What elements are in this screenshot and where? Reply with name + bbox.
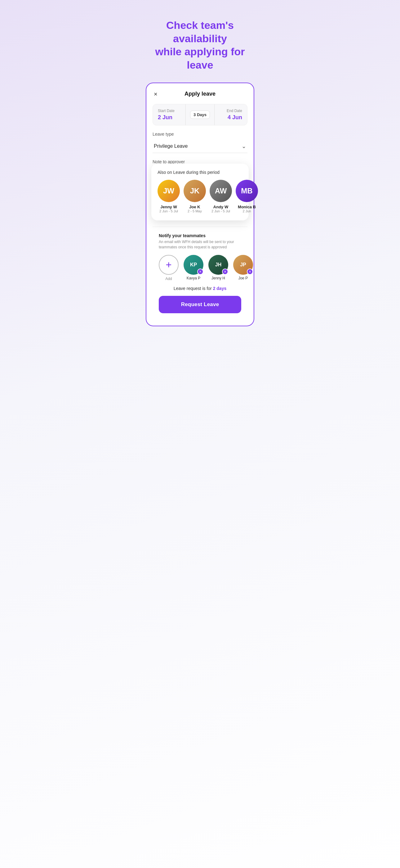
also-on-leave-row: JW Jenny W 2 Jun - 5 Jul JK Joe K 2 - 5 … bbox=[158, 180, 242, 213]
list-item: JW Jenny W 2 Jun - 5 Jul bbox=[158, 180, 180, 213]
teammate-name: Monica B bbox=[238, 205, 256, 209]
plus-icon bbox=[165, 261, 172, 269]
avatar: JH × bbox=[208, 255, 228, 275]
date-row: Start Date 2 Jun 3 Days End Date 4 Jun bbox=[153, 104, 247, 125]
hero-title: Check team's availability while applying… bbox=[146, 19, 254, 71]
avatar-placeholder: JK bbox=[184, 180, 206, 202]
leave-type-label: Leave type bbox=[153, 132, 247, 136]
close-button[interactable]: × bbox=[153, 90, 159, 98]
days-badge: 3 Days bbox=[186, 104, 214, 125]
remove-button[interactable]: × bbox=[222, 269, 228, 275]
end-date-label: End Date bbox=[220, 108, 242, 113]
leave-summary-plain: Leave request is for bbox=[174, 286, 213, 291]
teammate-name: Joe K bbox=[189, 205, 200, 209]
also-on-leave-title: Also on Leave during this period bbox=[158, 170, 242, 175]
add-teammate-button-wrap[interactable]: Add bbox=[159, 255, 178, 281]
chevron-down-icon: ⌄ bbox=[241, 143, 246, 150]
start-date-block[interactable]: Start Date 2 Jun bbox=[153, 104, 186, 125]
list-item: AW Andy W 2 Jun - 5 Jul bbox=[210, 180, 232, 213]
person-name: Jenny H bbox=[211, 276, 225, 280]
person-name: Kavya P bbox=[187, 276, 201, 280]
apply-leave-card: × Apply leave Start Date 2 Jun 3 Days En… bbox=[146, 83, 254, 326]
notify-description: An email with WFH details will be sent t… bbox=[159, 239, 241, 250]
request-leave-button[interactable]: Request Leave bbox=[159, 296, 241, 313]
add-circle-button[interactable] bbox=[159, 255, 178, 275]
list-item: JK Joe K 2 - 5 May bbox=[184, 180, 206, 213]
also-on-leave-panel: Also on Leave during this period JW Jenn… bbox=[151, 164, 249, 220]
add-label: Add bbox=[165, 277, 172, 281]
avatar: KP × bbox=[184, 255, 203, 275]
list-item: KP × Kavya P bbox=[184, 255, 203, 280]
list-item: JP × Joe P bbox=[233, 255, 253, 280]
person-name: Joe P bbox=[238, 276, 248, 280]
avatar: JK bbox=[184, 180, 206, 202]
avatar: MB bbox=[236, 180, 258, 202]
avatar-placeholder: JW bbox=[158, 180, 180, 202]
teammate-dates: 2 Jun - 5 Jul bbox=[159, 209, 178, 213]
avatar-placeholder: AW bbox=[210, 180, 232, 202]
end-date-value: 4 Jun bbox=[220, 114, 242, 121]
list-item: MB Monica B 2 Jun bbox=[236, 180, 258, 213]
teammate-dates: 2 Jun bbox=[243, 209, 251, 213]
bottom-section: Notify your teammates An email with WFH … bbox=[153, 220, 247, 319]
start-date-label: Start Date bbox=[158, 108, 180, 113]
teammate-name: Andy W bbox=[213, 205, 228, 209]
hero-plain-text: Check bbox=[166, 19, 201, 31]
notify-people-row: Add KP × Kavya P JH × Jenny H bbox=[159, 255, 241, 281]
avatar: JW bbox=[158, 180, 180, 202]
remove-button[interactable]: × bbox=[197, 269, 203, 275]
teammate-dates: 2 Jun - 5 Jul bbox=[211, 209, 230, 213]
card-title: Apply leave bbox=[185, 91, 215, 97]
avatar: JP × bbox=[233, 255, 253, 275]
teammate-dates: 2 - 5 May bbox=[188, 209, 202, 213]
remove-button[interactable]: × bbox=[247, 269, 253, 275]
card-header: × Apply leave bbox=[153, 91, 247, 97]
phone-container: Check team's availability while applying… bbox=[139, 0, 261, 339]
avatar: AW bbox=[210, 180, 232, 202]
avatar-placeholder: MB bbox=[236, 180, 258, 202]
list-item: JH × Jenny H bbox=[208, 255, 228, 280]
days-badge-text: 3 Days bbox=[190, 111, 210, 119]
start-date-value: 2 Jun bbox=[158, 114, 180, 121]
teammate-name: Jenny W bbox=[160, 205, 177, 209]
notify-title: Notify your teammates bbox=[159, 233, 241, 238]
leave-summary: Leave request is for 2 days bbox=[159, 286, 241, 291]
leave-summary-days: 2 days bbox=[213, 286, 227, 291]
end-date-block[interactable]: End Date 4 Jun bbox=[214, 104, 247, 125]
leave-type-value: Privilege Leave bbox=[154, 144, 188, 149]
hero-line2: while applying for leave bbox=[155, 45, 245, 71]
leave-type-select[interactable]: Privilege Leave ⌄ bbox=[153, 140, 247, 153]
hero-section: Check team's availability while applying… bbox=[146, 19, 254, 71]
